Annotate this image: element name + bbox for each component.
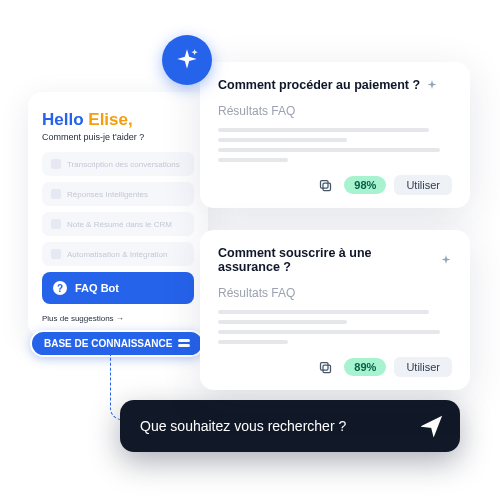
suggestion-item[interactable]: Transcription des conversations — [42, 152, 194, 176]
copy-icon — [318, 178, 333, 193]
checkbox-icon — [51, 189, 61, 199]
svg-rect-2 — [323, 365, 331, 373]
sparkle-icon — [426, 79, 438, 91]
suggestion-label: Note & Résumé dans le CRM — [67, 220, 172, 229]
sparkle-icon — [440, 254, 452, 266]
faq-bot-label: FAQ Bot — [75, 282, 119, 294]
suggestion-item[interactable]: Automatisation & Intégration — [42, 242, 194, 266]
greeting-name: Elise, — [88, 110, 132, 129]
checkbox-icon — [51, 249, 61, 259]
skeleton-line — [218, 148, 440, 152]
result-question-text: Comment souscrire à une assurance ? — [218, 246, 434, 274]
sparkle-badge — [162, 35, 212, 85]
search-bar[interactable]: Que souhaitez vous rechercher ? — [120, 400, 460, 452]
skeleton-line — [218, 138, 347, 142]
svg-rect-3 — [320, 362, 328, 370]
suggestion-item[interactable]: Réponses Intelligentes — [42, 182, 194, 206]
more-suggestions-link[interactable]: Plus de suggestions → — [42, 314, 194, 323]
knowledge-base-label: BASE DE CONNAISSANCE — [44, 338, 172, 349]
greeting-subtitle: Comment puis-je t'aider ? — [42, 132, 194, 142]
use-button[interactable]: Utiliser — [394, 175, 452, 195]
result-question-text: Comment procéder au paiement ? — [218, 78, 420, 92]
copy-icon — [318, 360, 333, 375]
results-label: Résultats FAQ — [218, 286, 452, 300]
suggestion-label: Transcription des conversations — [67, 160, 180, 169]
confidence-badge: 98% — [344, 176, 386, 194]
results-label: Résultats FAQ — [218, 104, 452, 118]
greeting: Hello Elise, — [42, 110, 194, 130]
copy-button[interactable] — [314, 174, 336, 196]
use-button[interactable]: Utiliser — [394, 357, 452, 377]
suggestion-label: Automatisation & Intégration — [67, 250, 168, 259]
suggestion-item[interactable]: Note & Résumé dans le CRM — [42, 212, 194, 236]
result-question: Comment procéder au paiement ? — [218, 78, 452, 92]
send-button[interactable] — [412, 406, 452, 446]
search-placeholder: Que souhaitez vous rechercher ? — [140, 418, 346, 434]
result-actions: 98% Utiliser — [218, 174, 452, 196]
result-card: Comment procéder au paiement ? Résultats… — [200, 62, 470, 208]
suggestions-panel: Hello Elise, Comment puis-je t'aider ? T… — [28, 92, 208, 337]
result-actions: 89% Utiliser — [218, 356, 452, 378]
skeleton-line — [218, 128, 429, 132]
skeleton-line — [218, 158, 288, 162]
suggestion-label: Réponses Intelligentes — [67, 190, 148, 199]
checkbox-icon — [51, 219, 61, 229]
result-card: Comment souscrire à une assurance ? Résu… — [200, 230, 470, 390]
skeleton-line — [218, 340, 288, 344]
knowledge-base-pill[interactable]: BASE DE CONNAISSANCE — [30, 330, 204, 357]
sparkle-icon — [174, 47, 200, 73]
skeleton-line — [218, 310, 429, 314]
confidence-badge: 89% — [344, 358, 386, 376]
send-icon — [421, 415, 443, 437]
checkbox-icon — [51, 159, 61, 169]
faq-bot-button[interactable]: ? FAQ Bot — [42, 272, 194, 304]
greeting-hello: Hello — [42, 110, 88, 129]
skeleton-line — [218, 320, 347, 324]
svg-rect-1 — [320, 180, 328, 188]
database-icon — [178, 339, 190, 349]
question-icon: ? — [53, 281, 67, 295]
result-question: Comment souscrire à une assurance ? — [218, 246, 452, 274]
copy-button[interactable] — [314, 356, 336, 378]
skeleton-line — [218, 330, 440, 334]
svg-rect-0 — [323, 183, 331, 191]
